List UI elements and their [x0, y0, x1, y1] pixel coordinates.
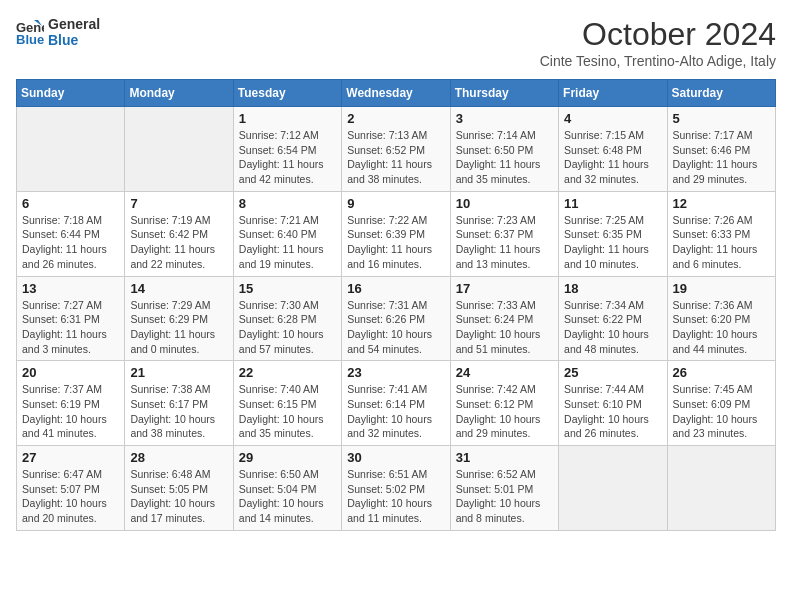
day-number: 15: [239, 281, 336, 296]
day-number: 17: [456, 281, 553, 296]
day-info: Sunrise: 7:19 AM Sunset: 6:42 PM Dayligh…: [130, 213, 227, 272]
logo: General Blue General Blue: [16, 16, 100, 48]
day-info: Sunrise: 7:40 AM Sunset: 6:15 PM Dayligh…: [239, 382, 336, 441]
day-info: Sunrise: 7:44 AM Sunset: 6:10 PM Dayligh…: [564, 382, 661, 441]
day-number: 22: [239, 365, 336, 380]
day-number: 30: [347, 450, 444, 465]
header-saturday: Saturday: [667, 80, 775, 107]
day-cell: 9Sunrise: 7:22 AM Sunset: 6:39 PM Daylig…: [342, 191, 450, 276]
day-number: 11: [564, 196, 661, 211]
day-cell: 23Sunrise: 7:41 AM Sunset: 6:14 PM Dayli…: [342, 361, 450, 446]
day-cell: 26Sunrise: 7:45 AM Sunset: 6:09 PM Dayli…: [667, 361, 775, 446]
day-info: Sunrise: 6:51 AM Sunset: 5:02 PM Dayligh…: [347, 467, 444, 526]
day-info: Sunrise: 7:12 AM Sunset: 6:54 PM Dayligh…: [239, 128, 336, 187]
calendar-table: SundayMondayTuesdayWednesdayThursdayFrid…: [16, 79, 776, 531]
day-cell: 6Sunrise: 7:18 AM Sunset: 6:44 PM Daylig…: [17, 191, 125, 276]
day-cell: 1Sunrise: 7:12 AM Sunset: 6:54 PM Daylig…: [233, 107, 341, 192]
day-info: Sunrise: 7:34 AM Sunset: 6:22 PM Dayligh…: [564, 298, 661, 357]
day-number: 9: [347, 196, 444, 211]
day-cell: 15Sunrise: 7:30 AM Sunset: 6:28 PM Dayli…: [233, 276, 341, 361]
day-cell: 5Sunrise: 7:17 AM Sunset: 6:46 PM Daylig…: [667, 107, 775, 192]
header-sunday: Sunday: [17, 80, 125, 107]
day-number: 4: [564, 111, 661, 126]
day-number: 13: [22, 281, 119, 296]
day-cell: 21Sunrise: 7:38 AM Sunset: 6:17 PM Dayli…: [125, 361, 233, 446]
day-info: Sunrise: 7:29 AM Sunset: 6:29 PM Dayligh…: [130, 298, 227, 357]
day-number: 12: [673, 196, 770, 211]
day-info: Sunrise: 7:36 AM Sunset: 6:20 PM Dayligh…: [673, 298, 770, 357]
day-number: 1: [239, 111, 336, 126]
day-number: 19: [673, 281, 770, 296]
day-cell: 12Sunrise: 7:26 AM Sunset: 6:33 PM Dayli…: [667, 191, 775, 276]
header-tuesday: Tuesday: [233, 80, 341, 107]
day-number: 28: [130, 450, 227, 465]
header-wednesday: Wednesday: [342, 80, 450, 107]
day-info: Sunrise: 7:22 AM Sunset: 6:39 PM Dayligh…: [347, 213, 444, 272]
day-info: Sunrise: 6:47 AM Sunset: 5:07 PM Dayligh…: [22, 467, 119, 526]
week-row-4: 20Sunrise: 7:37 AM Sunset: 6:19 PM Dayli…: [17, 361, 776, 446]
header-friday: Friday: [559, 80, 667, 107]
header-thursday: Thursday: [450, 80, 558, 107]
day-info: Sunrise: 7:37 AM Sunset: 6:19 PM Dayligh…: [22, 382, 119, 441]
day-info: Sunrise: 6:52 AM Sunset: 5:01 PM Dayligh…: [456, 467, 553, 526]
day-number: 5: [673, 111, 770, 126]
day-cell: 7Sunrise: 7:19 AM Sunset: 6:42 PM Daylig…: [125, 191, 233, 276]
day-number: 3: [456, 111, 553, 126]
day-info: Sunrise: 7:27 AM Sunset: 6:31 PM Dayligh…: [22, 298, 119, 357]
day-info: Sunrise: 7:42 AM Sunset: 6:12 PM Dayligh…: [456, 382, 553, 441]
day-number: 29: [239, 450, 336, 465]
day-info: Sunrise: 7:15 AM Sunset: 6:48 PM Dayligh…: [564, 128, 661, 187]
day-number: 24: [456, 365, 553, 380]
day-cell: 4Sunrise: 7:15 AM Sunset: 6:48 PM Daylig…: [559, 107, 667, 192]
day-number: 27: [22, 450, 119, 465]
day-cell: 24Sunrise: 7:42 AM Sunset: 6:12 PM Dayli…: [450, 361, 558, 446]
svg-text:Blue: Blue: [16, 32, 44, 46]
day-cell: 31Sunrise: 6:52 AM Sunset: 5:01 PM Dayli…: [450, 446, 558, 531]
day-info: Sunrise: 7:41 AM Sunset: 6:14 PM Dayligh…: [347, 382, 444, 441]
day-cell: 25Sunrise: 7:44 AM Sunset: 6:10 PM Dayli…: [559, 361, 667, 446]
title-block: October 2024 Cinte Tesino, Trentino-Alto…: [540, 16, 776, 69]
day-cell: 18Sunrise: 7:34 AM Sunset: 6:22 PM Dayli…: [559, 276, 667, 361]
day-cell: 20Sunrise: 7:37 AM Sunset: 6:19 PM Dayli…: [17, 361, 125, 446]
day-info: Sunrise: 7:38 AM Sunset: 6:17 PM Dayligh…: [130, 382, 227, 441]
day-number: 14: [130, 281, 227, 296]
day-cell: 13Sunrise: 7:27 AM Sunset: 6:31 PM Dayli…: [17, 276, 125, 361]
day-cell: 22Sunrise: 7:40 AM Sunset: 6:15 PM Dayli…: [233, 361, 341, 446]
day-cell: 19Sunrise: 7:36 AM Sunset: 6:20 PM Dayli…: [667, 276, 775, 361]
day-cell: [667, 446, 775, 531]
week-row-5: 27Sunrise: 6:47 AM Sunset: 5:07 PM Dayli…: [17, 446, 776, 531]
day-cell: 30Sunrise: 6:51 AM Sunset: 5:02 PM Dayli…: [342, 446, 450, 531]
day-info: Sunrise: 7:18 AM Sunset: 6:44 PM Dayligh…: [22, 213, 119, 272]
day-cell: 16Sunrise: 7:31 AM Sunset: 6:26 PM Dayli…: [342, 276, 450, 361]
day-info: Sunrise: 7:33 AM Sunset: 6:24 PM Dayligh…: [456, 298, 553, 357]
day-cell: 28Sunrise: 6:48 AM Sunset: 5:05 PM Dayli…: [125, 446, 233, 531]
day-cell: [17, 107, 125, 192]
day-number: 26: [673, 365, 770, 380]
day-cell: 8Sunrise: 7:21 AM Sunset: 6:40 PM Daylig…: [233, 191, 341, 276]
logo-text-general: General: [48, 16, 100, 32]
day-info: Sunrise: 7:21 AM Sunset: 6:40 PM Dayligh…: [239, 213, 336, 272]
day-number: 21: [130, 365, 227, 380]
day-number: 25: [564, 365, 661, 380]
day-cell: 29Sunrise: 6:50 AM Sunset: 5:04 PM Dayli…: [233, 446, 341, 531]
day-cell: 10Sunrise: 7:23 AM Sunset: 6:37 PM Dayli…: [450, 191, 558, 276]
day-cell: [125, 107, 233, 192]
day-cell: 2Sunrise: 7:13 AM Sunset: 6:52 PM Daylig…: [342, 107, 450, 192]
day-number: 7: [130, 196, 227, 211]
week-row-3: 13Sunrise: 7:27 AM Sunset: 6:31 PM Dayli…: [17, 276, 776, 361]
day-info: Sunrise: 7:31 AM Sunset: 6:26 PM Dayligh…: [347, 298, 444, 357]
day-info: Sunrise: 7:30 AM Sunset: 6:28 PM Dayligh…: [239, 298, 336, 357]
day-number: 10: [456, 196, 553, 211]
day-info: Sunrise: 7:17 AM Sunset: 6:46 PM Dayligh…: [673, 128, 770, 187]
day-number: 16: [347, 281, 444, 296]
week-row-1: 1Sunrise: 7:12 AM Sunset: 6:54 PM Daylig…: [17, 107, 776, 192]
day-info: Sunrise: 7:23 AM Sunset: 6:37 PM Dayligh…: [456, 213, 553, 272]
day-info: Sunrise: 6:48 AM Sunset: 5:05 PM Dayligh…: [130, 467, 227, 526]
day-cell: 3Sunrise: 7:14 AM Sunset: 6:50 PM Daylig…: [450, 107, 558, 192]
day-cell: 11Sunrise: 7:25 AM Sunset: 6:35 PM Dayli…: [559, 191, 667, 276]
day-info: Sunrise: 7:25 AM Sunset: 6:35 PM Dayligh…: [564, 213, 661, 272]
day-info: Sunrise: 7:14 AM Sunset: 6:50 PM Dayligh…: [456, 128, 553, 187]
day-cell: 17Sunrise: 7:33 AM Sunset: 6:24 PM Dayli…: [450, 276, 558, 361]
day-info: Sunrise: 7:26 AM Sunset: 6:33 PM Dayligh…: [673, 213, 770, 272]
day-number: 8: [239, 196, 336, 211]
